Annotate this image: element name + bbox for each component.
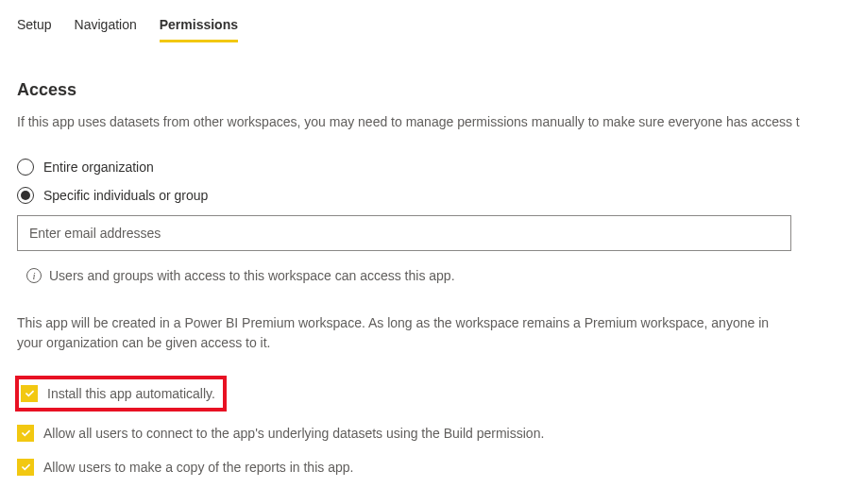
checkbox-allow-build-permission[interactable]: Allow all users to connect to the app's … — [17, 425, 831, 442]
checkbox-label: Allow users to make a copy of the report… — [43, 460, 353, 475]
info-text: Users and groups with access to this wor… — [49, 268, 455, 283]
checkbox-icon — [21, 385, 38, 402]
section-title-access: Access — [17, 80, 831, 100]
radio-entire-organization[interactable]: Entire organization — [17, 159, 831, 176]
radio-icon — [17, 159, 34, 176]
tab-bar: Setup Navigation Permissions — [17, 17, 831, 42]
radio-label: Specific individuals or group — [43, 188, 208, 203]
tab-permissions[interactable]: Permissions — [160, 17, 238, 42]
premium-workspace-text: This app will be created in a Power BI P… — [17, 313, 791, 353]
access-description: If this app uses datasets from other wor… — [17, 113, 831, 132]
highlighted-annotation: Install this app automatically. — [15, 376, 227, 412]
checkbox-allow-copy-reports[interactable]: Allow users to make a copy of the report… — [17, 459, 831, 476]
access-radio-group: Entire organization Specific individuals… — [17, 159, 831, 204]
info-icon: i — [26, 268, 42, 283]
radio-icon — [17, 187, 34, 204]
checkbox-label: Install this app automatically. — [47, 386, 215, 401]
checkbox-icon — [17, 425, 34, 442]
tab-setup[interactable]: Setup — [17, 17, 52, 42]
checkmark-icon — [20, 461, 32, 473]
info-row: i Users and groups with access to this w… — [26, 268, 831, 283]
email-addresses-input[interactable] — [17, 215, 791, 251]
checkbox-label: Allow all users to connect to the app's … — [43, 426, 544, 441]
checkmark-icon — [24, 387, 36, 399]
tab-navigation[interactable]: Navigation — [75, 17, 137, 42]
radio-label: Entire organization — [43, 160, 154, 175]
radio-specific-individuals[interactable]: Specific individuals or group — [17, 187, 831, 204]
checkbox-install-automatically[interactable]: Install this app automatically. — [21, 385, 215, 402]
checkmark-icon — [20, 427, 32, 439]
checkbox-icon — [17, 459, 34, 476]
